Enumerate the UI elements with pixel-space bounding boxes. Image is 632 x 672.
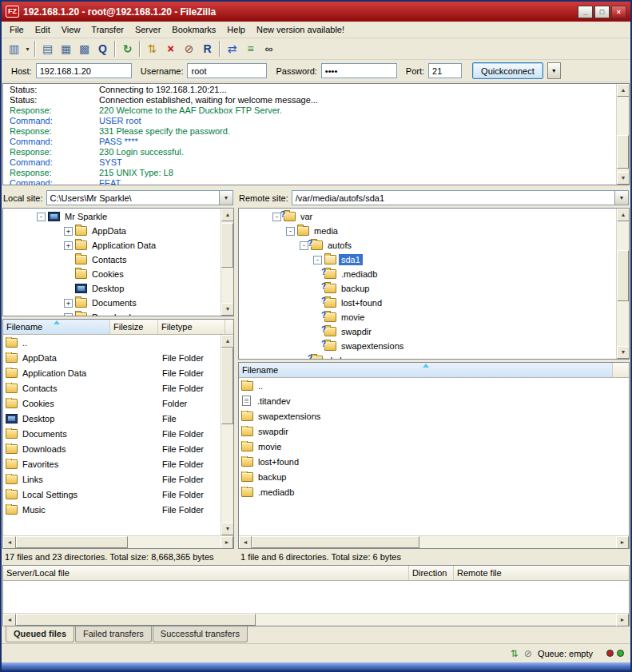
close-button[interactable]: × xyxy=(611,6,626,18)
menu-item[interactable]: New version available! xyxy=(251,23,350,36)
file-row[interactable]: Links File Folder xyxy=(3,471,221,487)
username-input[interactable] xyxy=(187,63,267,78)
menu-item[interactable]: Bookmarks xyxy=(166,23,221,36)
scroll-down-icon[interactable]: ▼ xyxy=(221,303,234,316)
file-row[interactable]: Cookies Folder xyxy=(3,396,221,411)
toggle-message-log-icon[interactable]: ▤ xyxy=(38,41,57,58)
file-row[interactable]: .mediadb xyxy=(239,484,629,499)
scrollbar-thumb[interactable] xyxy=(221,348,233,424)
file-row[interactable]: swapdir xyxy=(239,423,629,439)
port-input[interactable] xyxy=(428,63,462,78)
tree-item[interactable]: - var xyxy=(239,209,616,224)
remote-tree-scrollbar[interactable]: ▲ ▼ xyxy=(616,209,629,359)
menu-item[interactable]: Transfer xyxy=(85,23,129,36)
scrollbar-thumb[interactable] xyxy=(252,536,419,548)
scroll-right-icon[interactable]: ► xyxy=(221,536,233,549)
file-row[interactable]: .titandev xyxy=(239,393,629,408)
tree-expander[interactable]: + xyxy=(64,227,73,236)
directory-comparison-icon[interactable]: ⇄ xyxy=(223,41,241,58)
scroll-down-icon[interactable]: ▼ xyxy=(617,172,630,185)
queue-tab[interactable]: Successful transfers xyxy=(153,626,248,642)
queue-horizontal-scrollbar[interactable]: ◄ ► xyxy=(3,613,629,626)
file-row[interactable]: Desktop File xyxy=(3,411,221,426)
local-list-scrollbar[interactable]: ▲ ▼ xyxy=(221,335,233,535)
column-header-local-file[interactable]: Server/Local file xyxy=(3,566,409,581)
menu-item[interactable]: Help xyxy=(221,23,251,36)
queue-tab[interactable]: Failed transfers xyxy=(75,626,152,642)
tree-expander[interactable]: + xyxy=(64,313,73,316)
scroll-left-icon[interactable]: ◄ xyxy=(239,536,252,549)
tree-item[interactable]: swapdir xyxy=(239,324,616,339)
tree-expander[interactable]: + xyxy=(64,241,73,250)
menu-item[interactable]: Edit xyxy=(30,23,56,36)
tree-item[interactable]: .mediadb xyxy=(239,267,616,281)
tree-expander[interactable]: + xyxy=(64,299,73,308)
file-row[interactable]: AppData File Folder xyxy=(3,350,221,365)
scroll-down-icon[interactable]: ▼ xyxy=(617,346,630,359)
scroll-up-icon[interactable]: ▲ xyxy=(221,209,234,221)
synchronized-browsing-icon[interactable]: ≡ xyxy=(241,41,260,58)
column-header-remote-file[interactable]: Remote file xyxy=(454,566,629,581)
host-input[interactable] xyxy=(36,63,132,78)
refresh-icon[interactable]: ↻ xyxy=(118,41,137,58)
log-vertical-scrollbar[interactable]: ▲ ▼ xyxy=(616,84,629,185)
local-tree-scrollbar[interactable]: ▲ ▼ xyxy=(221,209,233,316)
file-row[interactable]: lost+found xyxy=(239,454,629,469)
scroll-up-icon[interactable]: ▲ xyxy=(617,84,630,97)
tree-expander[interactable]: - xyxy=(286,227,295,236)
disconnect-icon[interactable]: ⊘ xyxy=(180,41,198,58)
file-row[interactable]: Music File Folder xyxy=(3,502,221,517)
tree-expander[interactable]: - xyxy=(313,256,322,264)
password-input[interactable] xyxy=(321,63,397,78)
scroll-up-icon[interactable]: ▲ xyxy=(221,335,234,348)
local-list-horizontal-scrollbar[interactable]: ◄ ► xyxy=(3,535,233,548)
scroll-down-icon[interactable]: ▼ xyxy=(221,523,234,535)
file-row[interactable]: Favorites File Folder xyxy=(3,456,221,471)
toggle-remote-tree-icon[interactable]: ▩ xyxy=(75,41,93,58)
queue-tab[interactable]: Queued files xyxy=(6,626,74,642)
file-row[interactable]: Application Data File Folder xyxy=(3,365,221,380)
maximize-button[interactable]: □ xyxy=(594,6,610,18)
tree-item[interactable]: + Downloads xyxy=(3,310,221,316)
minimize-button[interactable]: _ xyxy=(578,6,593,18)
menu-item[interactable]: View xyxy=(56,23,86,36)
tree-item[interactable]: Contacts xyxy=(3,252,221,267)
column-header-filename[interactable]: Filename xyxy=(239,363,613,378)
file-row[interactable]: Local Settings File Folder xyxy=(3,487,221,502)
file-row[interactable]: backup xyxy=(239,469,629,484)
tree-item[interactable]: movie xyxy=(239,310,616,324)
column-header-filetype[interactable]: Filetype xyxy=(158,320,225,335)
file-row[interactable]: Downloads File Folder xyxy=(3,441,221,456)
site-manager-dropdown-icon[interactable]: ▾ xyxy=(23,41,32,58)
column-header-filename[interactable]: Filename xyxy=(3,320,110,335)
tree-item[interactable]: + AppData xyxy=(3,224,221,238)
column-header-filesize[interactable]: Filesize xyxy=(110,320,158,335)
quickconnect-button[interactable]: Quickconnect xyxy=(472,62,543,79)
site-manager-icon[interactable]: ▥ xyxy=(5,41,23,58)
quickconnect-dropdown-icon[interactable]: ▼ xyxy=(547,62,561,79)
cancel-icon[interactable]: × xyxy=(161,41,180,58)
file-row[interactable]: .. xyxy=(239,378,629,393)
file-row[interactable]: movie xyxy=(239,439,629,454)
title-bar[interactable]: FZ 192.168.1.20 - root@192.168.1.20 - Fi… xyxy=(2,2,630,22)
scrollbar-thumb[interactable] xyxy=(16,536,128,548)
scroll-left-icon[interactable]: ◄ xyxy=(3,614,16,626)
tree-item[interactable]: Desktop xyxy=(3,281,221,296)
file-row[interactable]: swapextensions xyxy=(239,408,629,423)
tree-expander[interactable]: - xyxy=(37,213,46,221)
tree-item[interactable]: + Application Data xyxy=(3,238,221,252)
file-row[interactable]: Documents File Folder xyxy=(3,426,221,441)
tree-item[interactable]: Cookies xyxy=(3,267,221,281)
process-queue-icon[interactable]: ⇅ xyxy=(143,41,161,58)
chevron-down-icon[interactable]: ▼ xyxy=(219,191,233,205)
tree-item[interactable]: - Mr Sparkle xyxy=(3,209,221,224)
tree-item[interactable]: lost+found xyxy=(239,296,616,310)
scrollbar-thumb[interactable] xyxy=(221,223,233,268)
scroll-left-icon[interactable]: ◄ xyxy=(3,536,16,549)
tree-item[interactable]: dvd xyxy=(239,353,616,359)
menu-item[interactable]: File xyxy=(4,23,30,36)
scrollbar-thumb[interactable] xyxy=(617,135,629,169)
column-header-direction[interactable]: Direction xyxy=(409,566,454,581)
tree-item[interactable]: swapextensions xyxy=(239,339,616,353)
chevron-down-icon[interactable]: ▼ xyxy=(614,191,628,205)
